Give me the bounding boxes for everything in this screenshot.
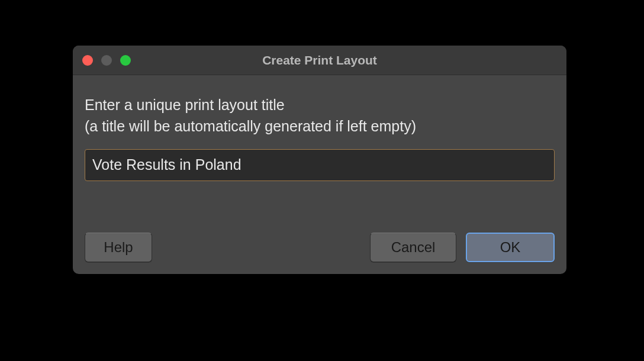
maximize-window-button[interactable] [120, 55, 131, 66]
help-button-label: Help [104, 239, 133, 256]
cancel-button[interactable]: Cancel [370, 233, 456, 262]
close-window-button[interactable] [82, 55, 93, 66]
minimize-window-button [101, 55, 112, 66]
layout-title-input[interactable] [85, 149, 555, 181]
ok-button-label: OK [500, 239, 521, 256]
ok-button[interactable]: OK [466, 233, 555, 262]
prompt-line-2: (a title will be automatically generated… [85, 118, 416, 134]
cancel-button-label: Cancel [391, 239, 436, 256]
help-button[interactable]: Help [85, 233, 152, 262]
button-row: Help Cancel OK [85, 221, 555, 262]
dialog-content: Enter a unique print layout title (a tit… [73, 75, 566, 274]
prompt-line-1: Enter a unique print layout title [85, 96, 285, 113]
create-print-layout-dialog: Create Print Layout Enter a unique print… [73, 46, 566, 274]
window-controls [82, 55, 131, 66]
dialog-title: Create Print Layout [262, 53, 377, 67]
titlebar: Create Print Layout [73, 46, 566, 75]
prompt-text: Enter a unique print layout title (a tit… [85, 94, 555, 137]
